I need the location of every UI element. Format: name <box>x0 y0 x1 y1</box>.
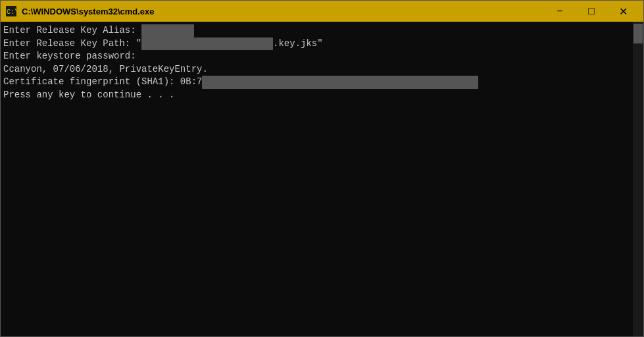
redacted-fingerprint <box>202 76 478 89</box>
window-title: C:\WINDOWS\system32\cmd.exe <box>22 7 155 16</box>
console-body[interactable]: Enter Release Key Alias: Enter Release K… <box>1 22 643 336</box>
cmd-window: C:\ C:\WINDOWS\system32\cmd.exe − □ ✕ En… <box>0 0 644 337</box>
console-line-2: Enter Release Key Path: " .key.jks" <box>3 38 641 51</box>
console-line-5: Certificate fingerprint (SHA1): 0B:7 <box>3 76 641 89</box>
title-bar-left: C:\ C:\WINDOWS\system32\cmd.exe <box>6 6 155 16</box>
close-button[interactable]: ✕ <box>608 2 638 20</box>
scrollbar-thumb[interactable] <box>633 24 643 43</box>
redacted-path <box>141 38 273 51</box>
title-bar: C:\ C:\WINDOWS\system32\cmd.exe − □ ✕ <box>1 1 643 22</box>
title-bar-controls: − □ ✕ <box>545 2 638 20</box>
console-line-4: Ccanyon, 07/06/2018, PrivateKeyEntry. <box>3 63 641 76</box>
minimize-button[interactable]: − <box>545 2 575 20</box>
redacted-alias <box>141 24 194 38</box>
scrollbar[interactable] <box>633 22 643 336</box>
cmd-icon: C:\ <box>6 6 16 16</box>
console-line-6: Press any key to continue . . . <box>3 89 641 102</box>
maximize-button[interactable]: □ <box>576 2 607 20</box>
svg-text:C:\: C:\ <box>7 9 16 16</box>
console-line-3: Enter keystore password: <box>3 50 641 63</box>
console-line-1: Enter Release Key Alias: <box>3 24 641 38</box>
